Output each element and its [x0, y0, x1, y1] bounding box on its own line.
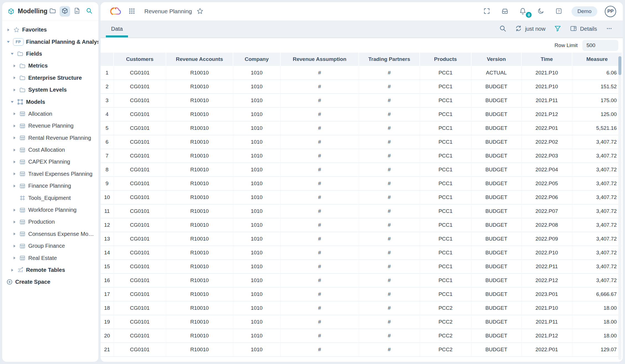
table-cell[interactable]: PCC1: [420, 66, 471, 80]
table-cell[interactable]: BUDGET: [471, 343, 521, 357]
table-cell[interactable]: CG0101: [114, 135, 166, 149]
table-cell[interactable]: 1010: [233, 94, 280, 107]
table-cell[interactable]: PCC1: [420, 260, 471, 273]
table-cell[interactable]: 1010: [233, 66, 280, 80]
table-cell[interactable]: 2021.P10: [521, 301, 572, 315]
table-cell[interactable]: R10010: [166, 66, 233, 80]
table-cell[interactable]: 1010: [233, 190, 280, 204]
notifications-button[interactable]: 0: [518, 6, 528, 17]
table-cell[interactable]: CG0101: [114, 163, 166, 177]
table-cell[interactable]: 2022.P12: [521, 273, 572, 287]
table-cell[interactable]: CG0101: [114, 287, 166, 301]
table-cell[interactable]: 2021.P11: [521, 94, 572, 107]
expand-arrow-icon[interactable]: [12, 149, 17, 151]
table-cell[interactable]: 2022.P10: [521, 246, 572, 260]
sidebar-item-real-estate[interactable]: Real Estate: [2, 252, 98, 264]
table-cell[interactable]: 1010: [233, 273, 280, 287]
table-cell[interactable]: PCC1: [420, 94, 471, 107]
table-cell[interactable]: 151.52: [572, 80, 622, 94]
table-cell[interactable]: CG0101: [114, 246, 166, 260]
expand-arrow-icon[interactable]: [12, 233, 17, 235]
table-cell[interactable]: #: [280, 232, 359, 246]
table-cell[interactable]: R10010: [166, 204, 233, 218]
sidebar-item-workforce-planning[interactable]: Workforce Planning: [2, 204, 98, 216]
table-cell[interactable]: CG0101: [114, 315, 166, 329]
table-cell[interactable]: 1010: [233, 163, 280, 177]
modeller-nav-button[interactable]: [60, 6, 70, 17]
expand-arrow-icon[interactable]: [6, 29, 11, 31]
sidebar-item-production[interactable]: Production: [2, 216, 98, 228]
expand-arrow-icon[interactable]: [12, 112, 17, 115]
table-cell[interactable]: PCC1: [420, 190, 471, 204]
table-cell[interactable]: R10010: [166, 232, 233, 246]
table-cell[interactable]: 18.00: [572, 329, 622, 343]
table-cell[interactable]: #: [359, 232, 420, 246]
table-cell[interactable]: 2021.P12: [521, 107, 572, 121]
sidebar-item-remote-tables[interactable]: Remote Tables: [2, 264, 98, 276]
table-cell[interactable]: #: [359, 329, 420, 343]
expand-arrow-icon[interactable]: [12, 125, 17, 127]
table-cell[interactable]: 3,407.72: [572, 163, 622, 177]
table-cell[interactable]: 1010: [233, 218, 280, 232]
table-cell[interactable]: PCC2: [420, 315, 471, 329]
table-cell[interactable]: #: [280, 177, 359, 190]
column-header-time[interactable]: Time: [521, 53, 572, 66]
row-limit-input[interactable]: [582, 40, 618, 51]
table-cell[interactable]: #: [359, 135, 420, 149]
table-cell[interactable]: 2022.P03: [521, 149, 572, 163]
dark-mode-button[interactable]: [536, 6, 546, 17]
table-cell[interactable]: 6,666.67: [572, 287, 622, 301]
sidebar-item-cost-allocation[interactable]: Cost Allocation: [2, 144, 98, 156]
fullscreen-button[interactable]: [481, 6, 492, 17]
table-cell[interactable]: BUDGET: [471, 135, 521, 149]
table-cell[interactable]: #: [359, 204, 420, 218]
table-cell[interactable]: CG0101: [114, 343, 166, 357]
sidebar-item-travel-expenses-planning[interactable]: Travel Expenses Planning: [2, 168, 98, 180]
table-cell[interactable]: 2022.P08: [521, 218, 572, 232]
table-cell[interactable]: CG0101: [114, 121, 166, 135]
table-cell[interactable]: #: [359, 94, 420, 107]
table-cell[interactable]: #: [280, 287, 359, 301]
table-cell[interactable]: PCC1: [420, 80, 471, 94]
table-cell[interactable]: R10010: [166, 301, 233, 315]
sidebar-item-tools-equipment[interactable]: Tools_Equipment: [2, 192, 98, 204]
table-cell[interactable]: #: [359, 246, 420, 260]
table-cell[interactable]: BUDGET: [471, 204, 521, 218]
table-cell[interactable]: #: [359, 315, 420, 329]
table-cell[interactable]: 3,407.72: [572, 204, 622, 218]
sidebar-item-consensus-expense-mo[interactable]: Consensus Expense Mo…: [2, 228, 98, 240]
table-cell[interactable]: CG0101: [114, 260, 166, 273]
table-cell[interactable]: PCC1: [420, 246, 471, 260]
table-cell[interactable]: #: [359, 107, 420, 121]
table-cell[interactable]: CG0101: [114, 66, 166, 80]
table-cell[interactable]: 1010: [233, 107, 280, 121]
table-cell[interactable]: PCC2: [420, 343, 471, 357]
table-cell[interactable]: R10010: [166, 135, 233, 149]
table-cell[interactable]: PCC1: [420, 107, 471, 121]
table-cell[interactable]: PCC1: [420, 163, 471, 177]
table-cell[interactable]: BUDGET: [471, 315, 521, 329]
column-header-company[interactable]: Company: [233, 53, 280, 66]
table-cell[interactable]: 18.00: [572, 315, 622, 329]
table-cell[interactable]: BUDGET: [471, 121, 521, 135]
table-cell[interactable]: 3,407.72: [572, 135, 622, 149]
sidebar-item-finance-planning[interactable]: Finance Planning: [2, 180, 98, 192]
expand-arrow-icon[interactable]: [12, 245, 17, 247]
apps-grid-button[interactable]: [127, 6, 137, 17]
table-cell[interactable]: PCC2: [420, 329, 471, 343]
table-cell[interactable]: BUDGET: [471, 301, 521, 315]
table-cell[interactable]: #: [359, 121, 420, 135]
table-cell[interactable]: 2022.P11: [521, 260, 572, 273]
tab-data[interactable]: Data: [106, 20, 128, 37]
table-cell[interactable]: R10010: [166, 107, 233, 121]
favorite-star-button[interactable]: [195, 6, 205, 17]
table-cell[interactable]: 2021.P12: [521, 329, 572, 343]
table-cell[interactable]: R10010: [166, 149, 233, 163]
expand-arrow-icon[interactable]: [10, 53, 14, 55]
table-cell[interactable]: 2021.P10: [521, 66, 572, 80]
table-cell[interactable]: 2023.P01: [521, 287, 572, 301]
table-cell[interactable]: #: [359, 218, 420, 232]
table-cell[interactable]: 2022.P04: [521, 163, 572, 177]
table-cell[interactable]: 3,407.72: [572, 232, 622, 246]
table-cell[interactable]: CG0101: [114, 177, 166, 190]
